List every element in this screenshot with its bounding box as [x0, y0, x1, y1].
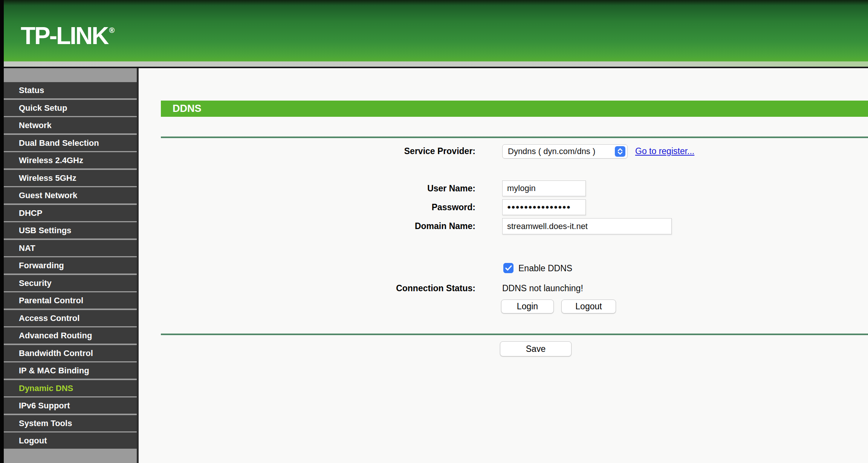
sidebar-item-system-tools[interactable]: System Tools	[4, 415, 137, 431]
password-input[interactable]	[502, 199, 586, 215]
save-button[interactable]: Save	[500, 341, 572, 356]
sidebar-item-security[interactable]: Security	[4, 275, 137, 291]
main-content: DDNS Service Provider: Dyndns ( dyn.com/…	[139, 68, 868, 463]
checkmark-icon	[505, 265, 512, 271]
sidebar-item-ip-mac-binding[interactable]: IP & MAC Binding	[4, 362, 137, 379]
sidebar-item-logout[interactable]: Logout	[4, 432, 137, 449]
page-title: DDNS	[161, 101, 868, 117]
sidebar-item-dynamic-dns[interactable]: Dynamic DNS	[4, 380, 137, 396]
select-stepper-icon	[615, 146, 625, 157]
user-name-label: User Name:	[289, 183, 475, 194]
section-separator-bottom	[161, 333, 868, 335]
go-to-register-link[interactable]: Go to register...	[635, 145, 694, 157]
sidebar-item-advanced-routing[interactable]: Advanced Routing	[4, 327, 137, 344]
sidebar-item-nat[interactable]: NAT	[4, 240, 137, 256]
sidebar-item-guest-network[interactable]: Guest Network	[4, 187, 137, 203]
sidebar-item-wireless-24ghz[interactable]: Wireless 2.4GHz	[4, 152, 137, 168]
logout-button[interactable]: Logout	[561, 299, 616, 313]
service-provider-selected-value: Dyndns ( dyn.com/dns )	[508, 147, 615, 156]
tplink-logo: TP-LINK®	[21, 22, 113, 50]
enable-ddns-label: Enable DDNS	[518, 263, 572, 274]
sidebar-item-network[interactable]: Network	[4, 117, 137, 133]
sidebar-item-usb-settings[interactable]: USB Settings	[4, 222, 137, 238]
sidebar-item-forwarding[interactable]: Forwarding	[4, 257, 137, 274]
sidebar-item-dhcp[interactable]: DHCP	[4, 205, 137, 221]
service-provider-select[interactable]: Dyndns ( dyn.com/dns )	[502, 144, 628, 159]
password-label: Password:	[289, 202, 475, 213]
sidebar-item-status[interactable]: Status	[4, 82, 137, 98]
header-banner: TP-LINK®	[0, 0, 868, 61]
service-provider-label: Service Provider:	[289, 145, 475, 157]
sidebar-item-quick-setup[interactable]: Quick Setup	[4, 100, 137, 116]
registered-mark: ®	[109, 26, 115, 34]
sidebar-item-bandwidth-control[interactable]: Bandwidth Control	[4, 345, 137, 361]
sidebar-item-dual-band-selection[interactable]: Dual Band Selection	[4, 135, 137, 151]
connection-status-label: Connection Status:	[289, 283, 475, 294]
domain-name-input[interactable]	[502, 218, 672, 234]
domain-name-label: Domain Name:	[289, 220, 475, 232]
user-name-input[interactable]	[502, 180, 586, 196]
enable-ddns-checkbox[interactable]	[503, 263, 513, 273]
sidebar-item-wireless-5ghz[interactable]: Wireless 5GHz	[4, 170, 137, 186]
header-divider-light	[0, 61, 868, 67]
login-button[interactable]: Login	[501, 299, 554, 313]
sidebar-item-access-control[interactable]: Access Control	[4, 310, 137, 326]
sidebar-item-parental-control[interactable]: Parental Control	[4, 292, 137, 309]
sidebar-menu: StatusQuick SetupNetworkDual Band Select…	[4, 68, 137, 463]
sidebar-item-ipv6-support[interactable]: IPv6 Support	[4, 397, 137, 414]
connection-status-value: DDNS not launching!	[502, 283, 583, 294]
section-separator-top	[161, 136, 868, 138]
page-left-border	[0, 0, 4, 463]
